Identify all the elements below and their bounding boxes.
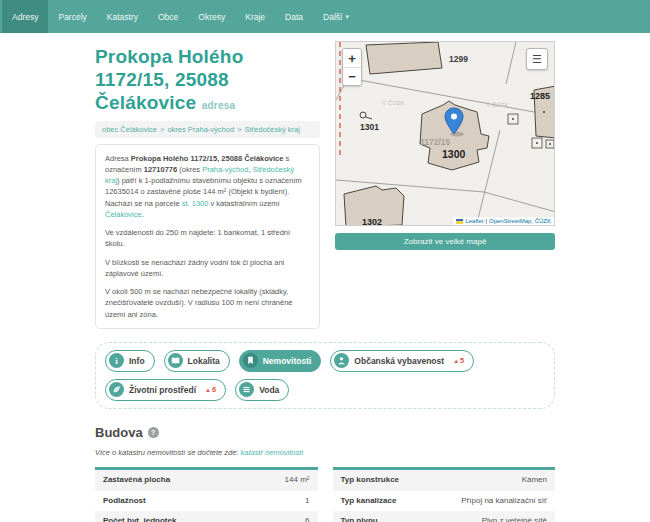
row-label: Typ kanalizace (341, 496, 397, 507)
nav-item-data[interactable]: Data (275, 0, 313, 33)
cadastre-link[interactable]: katastr nemovitostí (241, 448, 304, 457)
row-label: Podlažnost (103, 496, 146, 507)
page-content: Prokopa Holého 1172/15, 25088 Čelákovice… (95, 33, 555, 522)
tab-label: Voda (259, 385, 279, 395)
row-label: Typ konstrukce (341, 475, 400, 486)
layers-button[interactable]: ☰ (526, 48, 548, 70)
text: . (142, 210, 144, 219)
map[interactable]: 1299 1301 1172/15 1300 1285 1302 © ČÚZK … (335, 41, 555, 226)
chevron-down-icon: ▾ (345, 13, 349, 21)
section-title: Budova ? (95, 425, 555, 440)
table-row: Zastavěná plocha144 m² (95, 470, 318, 491)
bookmark-icon (243, 353, 258, 368)
map-watermark: © ČÚZK (486, 102, 508, 108)
nav-item-katastry[interactable]: Katastry (97, 0, 148, 33)
row-value: Kámen (522, 475, 547, 486)
row-label: Zastavěná plocha (103, 475, 170, 486)
warning-badge: ▲5 (453, 356, 464, 365)
row-value: 1 (305, 496, 309, 507)
navbar: AdresyParcelyKatastryObceOkresyKrajeData… (0, 0, 650, 33)
warning-icon: ▲ (453, 358, 459, 364)
tab-zivotni-prostredi[interactable]: Životní prostředí▲6 (105, 379, 226, 401)
row-label: Typ plynu (341, 516, 378, 522)
description-paragraph: V blízkosti se nenachází žádný vodní tok… (105, 257, 310, 280)
tab-label: Info (129, 356, 145, 366)
tab-info[interactable]: iInfo (105, 350, 155, 372)
book-icon (168, 353, 183, 368)
tab-label: Životní prostředí (129, 385, 196, 395)
address-description: Adresa Prokopa Holého 1172/15, 25088 Čel… (95, 144, 320, 329)
nav-items: AdresyParcelyKatastryObceOkresyKrajeData… (2, 0, 359, 33)
table-row: Podlažnost1 (95, 491, 318, 512)
breadcrumb-item-obec-celakovice[interactable]: obec Čelákovice (102, 125, 157, 134)
table-row: Typ kanalizacePřípoj na kanalizační síť (333, 491, 556, 512)
zoom-out-button[interactable]: − (343, 67, 361, 85)
table-row: Typ plynuPlyn z veřejné sítě (333, 511, 556, 522)
tab-label: Lokalita (188, 356, 220, 366)
nav-item-obce[interactable]: Obce (148, 0, 188, 33)
nav-item-kraje[interactable]: Kraje (235, 0, 275, 33)
text: V okolí 500 m se nachází nebezpečné loka… (105, 287, 293, 319)
badge-count: 5 (460, 356, 464, 365)
tab-nemovitosti[interactable]: Nemovitosti (239, 350, 322, 372)
tab-voda[interactable]: Voda (235, 379, 289, 401)
text: Adresa (105, 154, 131, 163)
big-map-button[interactable]: Zobrazit ve velké mapě (335, 233, 555, 250)
inline-link-st-1300[interactable]: st. 1300 (182, 199, 209, 208)
tab-lokalita[interactable]: Lokalita (164, 350, 230, 372)
bold-text: 12710776 (144, 165, 177, 174)
row-value: 144 m² (285, 475, 310, 486)
cadastre-note-text: Více o katastru nemovitostí se dočtete z… (95, 448, 238, 457)
entity-type-label: adresa (202, 100, 235, 111)
breadcrumb-item-okres-praha-vychod[interactable]: okres Praha-východ (167, 125, 234, 134)
nav-item-okresy[interactable]: Okresy (188, 0, 235, 33)
list-icon (239, 382, 254, 397)
description-paragraph: V okolí 500 m se nachází nebezpečné loka… (105, 286, 310, 320)
nav-item-adresy[interactable]: Adresy (2, 0, 48, 33)
text: (okres (177, 165, 202, 174)
breadcrumb: obec Čelákovice>okres Praha-východ>Střed… (95, 121, 320, 138)
row-value: Plyn z veřejné sítě (482, 516, 547, 522)
info-icon: i (109, 353, 124, 368)
breadcrumb-item-stredocesky-kraj[interactable]: Středočeský kraj (245, 125, 300, 134)
description-paragraph: Ve vzdálenosti do 250 m najdete: 1 banko… (105, 227, 310, 250)
warning-badge: ▲6 (205, 385, 216, 394)
tab-label: Nemovitosti (263, 356, 312, 366)
row-value: 6 (305, 516, 309, 522)
ukraine-flag-icon (456, 219, 463, 224)
building-table-left: Zastavěná plocha144 m²Podlažnost1Počet b… (95, 467, 318, 522)
warning-icon: ▲ (205, 387, 211, 393)
bold-text: Prokopa Holého 1172/15, 25088 Čelákovice (131, 154, 284, 163)
help-icon[interactable]: ? (148, 427, 159, 438)
map-canvas (336, 42, 555, 226)
nav-item-dalsi[interactable]: Další▾ (313, 0, 359, 33)
zoom-in-button[interactable]: + (343, 49, 361, 67)
breadcrumb-separator: > (160, 125, 164, 134)
tabs-bar: iInfoLokalitaNemovitostiObčanská vybaven… (95, 342, 555, 409)
map-watermark: © ČÚZK (382, 100, 404, 106)
building-table-right: Typ konstrukceKámenTyp kanalizacePřípoj … (333, 467, 556, 522)
cadastre-note: Více o katastru nemovitostí se dočtete z… (95, 448, 555, 457)
person-icon (334, 353, 349, 368)
badge-count: 6 (212, 385, 216, 394)
tab-label: Občanská vybavenost (354, 356, 444, 366)
tab-obcanska-vybavenost[interactable]: Občanská vybavenost▲5 (330, 350, 474, 372)
inline-link-celakovice[interactable]: Čelákovice (105, 210, 142, 219)
inline-link-praha-vychod[interactable]: Praha-východ (202, 165, 248, 174)
text: Ve vzdálenosti do 250 m najdete: 1 banko… (105, 228, 290, 248)
attribution-separator: | (485, 218, 487, 224)
leaf-icon (109, 382, 124, 397)
osm-link[interactable]: OpenStreetMap, ČÚZK (489, 218, 551, 224)
page-title: Prokopa Holého 1172/15, 25088 Čelákovice… (95, 45, 320, 115)
description-paragraph: Adresa Prokopa Holého 1172/15, 25088 Čel… (105, 153, 310, 221)
table-row: Typ konstrukceKámen (333, 470, 556, 491)
breadcrumb-separator: > (237, 125, 241, 134)
map-zoom-control: + − (342, 48, 362, 86)
row-value: Přípoj na kanalizační síť (461, 496, 547, 507)
row-label: Počet byt. jednotek (103, 516, 176, 522)
building-tables: Zastavěná plocha144 m²Podlažnost1Počet b… (95, 467, 555, 522)
leaflet-link[interactable]: Leaflet (465, 218, 483, 224)
text: V blízkosti se nenachází žádný vodní tok… (105, 258, 284, 278)
nav-item-parcely[interactable]: Parcely (48, 0, 96, 33)
map-attribution: Leaflet | OpenStreetMap, ČÚZK (453, 217, 554, 225)
